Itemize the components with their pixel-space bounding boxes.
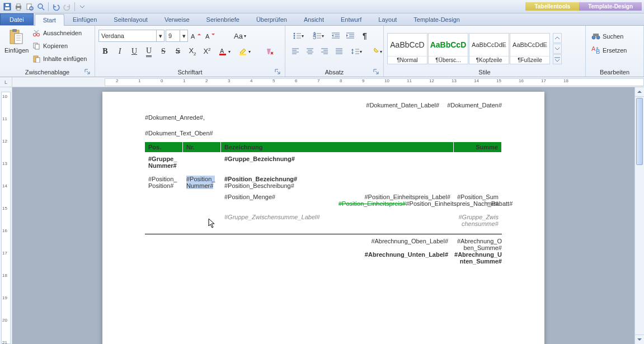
ruler-corner[interactable]: L — [0, 77, 12, 87]
svg-rect-11 — [12, 29, 17, 32]
group-editing: Suchen ABErsetzen Bearbeiten — [586, 26, 644, 77]
style-preview: AaBbCcDdE — [469, 34, 509, 56]
horizontal-ruler-bar: L 210123456789101112131415161718 — [0, 77, 644, 87]
ruler-tick: 9 — [362, 78, 364, 83]
tab-references[interactable]: Verweise — [156, 13, 198, 25]
change-case-button[interactable]: Aa▾ — [231, 29, 250, 43]
replace-button[interactable]: ABErsetzen — [589, 44, 629, 56]
line-spacing-button[interactable]: ▾ — [347, 45, 366, 58]
subscript-icon[interactable]: X2 — [186, 45, 199, 58]
print-icon[interactable] — [13, 2, 23, 12]
undo-icon[interactable] — [51, 2, 61, 12]
dialog-launcher-icon[interactable] — [372, 68, 380, 76]
increase-indent-icon[interactable] — [344, 29, 357, 43]
svg-rect-1 — [5, 7, 10, 10]
svg-rect-27 — [219, 54, 226, 55]
find-icon[interactable] — [36, 2, 46, 12]
bold-icon[interactable]: B — [98, 45, 112, 58]
ruler-tick: 1 — [183, 78, 185, 83]
svg-text:3: 3 — [313, 34, 316, 40]
horizontal-ruler[interactable]: 210123456789101112131415161718 — [105, 77, 644, 87]
chevron-down-icon[interactable]: ▾ — [180, 30, 187, 41]
tab-mailmerge[interactable]: Serienbriefe — [198, 13, 248, 25]
ruler-tick: 2 — [205, 78, 208, 83]
tab-review[interactable]: Überprüfen — [248, 13, 295, 25]
find-button[interactable]: Suchen — [589, 30, 626, 43]
font-size-combo[interactable]: ▾ — [166, 30, 188, 42]
align-justify-icon[interactable] — [332, 45, 346, 58]
tab-file[interactable]: Datei — [0, 13, 34, 25]
double-strikethrough-icon[interactable]: S — [171, 45, 185, 58]
ruler-tick: 5 — [272, 78, 275, 83]
svg-rect-2 — [6, 4, 9, 6]
shrink-font-icon[interactable]: A — [204, 29, 217, 43]
style-uebersc[interactable]: AaBbCcD¶Übersc... — [428, 33, 468, 64]
copy-label: Kopieren — [43, 43, 68, 49]
styles-down-icon[interactable] — [553, 44, 562, 54]
bullets-button[interactable]: ▾ — [289, 29, 308, 43]
underline-icon[interactable]: U — [128, 45, 141, 58]
font-name-combo[interactable]: ▾ — [98, 30, 164, 42]
ruler-tick: 1 — [138, 78, 140, 83]
tab-insert[interactable]: Einfügen — [64, 13, 105, 25]
group-font: ▾ ▾ A A Aa▾ B I U U S S X2 X2 A▾ ▾ — [95, 26, 285, 77]
ruler-tick: 4 — [250, 78, 252, 83]
font-color-button[interactable]: A▾ — [215, 45, 234, 58]
font-size-input[interactable] — [166, 30, 180, 41]
style-normal[interactable]: AaBbCcD¶Normal — [387, 33, 427, 64]
style-fusszeile[interactable]: AaBbCcDdE¶Fußzeile — [510, 33, 550, 64]
style-kopfzeile[interactable]: AaBbCcDdE¶Kopfzeile — [469, 33, 509, 64]
ruler-tick: 12 — [429, 78, 434, 83]
ruler-tick: 8 — [340, 78, 342, 83]
double-underline-icon[interactable]: U — [142, 45, 156, 58]
tab-templatedesign[interactable]: Template-Design — [405, 13, 468, 25]
font-name-input[interactable] — [99, 30, 156, 41]
paste-special-label: Inhalte einfügen — [43, 55, 87, 62]
dialog-launcher-icon[interactable] — [83, 68, 91, 76]
print-preview-icon[interactable] — [25, 2, 35, 12]
ruler-tick: 3 — [228, 78, 230, 83]
tab-pagelayout[interactable]: Seitenlayout — [105, 13, 156, 25]
numbering-button[interactable]: 123▾ — [309, 29, 328, 43]
align-left-icon[interactable] — [289, 45, 302, 58]
change-case-label: Aa — [234, 32, 243, 40]
ribbon-tabs: Datei Start Einfügen Seitenlayout Verwei… — [0, 13, 644, 26]
show-marks-icon[interactable]: ¶ — [358, 29, 372, 43]
tab-layout[interactable]: Layout — [370, 13, 405, 25]
paste-button[interactable]: Einfügen — [3, 27, 28, 55]
clear-formatting-icon[interactable] — [263, 45, 276, 58]
highlight-button[interactable]: ▾ — [235, 45, 254, 58]
copy-button[interactable]: Kopieren — [30, 40, 89, 52]
tab-view[interactable]: Ansicht — [295, 13, 332, 25]
chevron-down-icon[interactable]: ▾ — [156, 30, 164, 41]
ruler-tick: 18 — [563, 78, 568, 83]
tab-draft[interactable]: Entwurf — [332, 13, 370, 25]
grow-font-icon[interactable]: A — [189, 29, 203, 43]
shading-button[interactable]: ▾ — [367, 45, 386, 58]
copy-icon — [32, 41, 41, 50]
redo-icon[interactable] — [62, 2, 72, 12]
styles-up-icon[interactable] — [553, 33, 562, 43]
decrease-indent-icon[interactable] — [329, 29, 342, 43]
style-preview: AaBbCcDdE — [510, 34, 549, 56]
svg-point-8 — [38, 4, 43, 8]
styles-more-icon[interactable] — [553, 54, 562, 64]
binoculars-icon — [591, 32, 600, 41]
svg-point-16 — [34, 34, 36, 36]
svg-point-31 — [294, 35, 295, 37]
dialog-launcher-icon[interactable] — [274, 68, 281, 76]
save-icon[interactable] — [2, 2, 12, 12]
align-center-icon[interactable] — [303, 45, 317, 58]
qat-customize-icon[interactable] — [77, 2, 87, 12]
tab-start[interactable]: Start — [35, 14, 64, 26]
italic-icon[interactable]: I — [113, 45, 126, 58]
cut-button[interactable]: Ausschneiden — [30, 27, 89, 39]
paste-special-button[interactable]: Inhalte einfügen — [30, 53, 89, 65]
svg-text:A: A — [591, 46, 596, 52]
align-right-icon[interactable] — [318, 45, 331, 58]
strikethrough-icon[interactable]: S — [157, 45, 170, 58]
superscript-icon[interactable]: X2 — [200, 45, 214, 58]
quick-access-toolbar: Tabellentools Template-Design — [0, 0, 644, 13]
group-font-label: Schriftart — [177, 69, 202, 76]
ruler-tick: 13 — [452, 78, 457, 83]
